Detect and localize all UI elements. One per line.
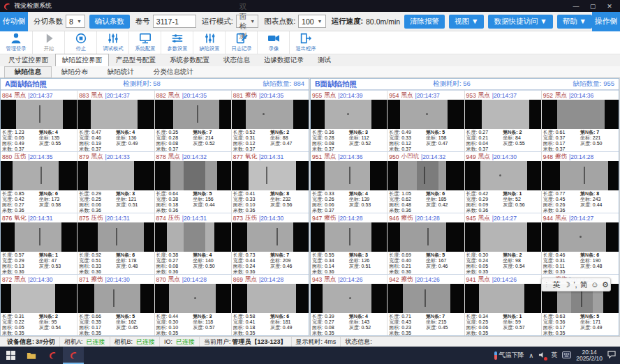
- tab-系统参数配置[interactable]: 系统参数配置: [163, 54, 216, 66]
- defect-cell[interactable]: 882 黑点 |20:14:35 长度:0.35 宽度:0.28 面积:0.08…: [155, 90, 232, 151]
- defect-cell-label: 953 黑点 |20:14:37: [465, 91, 541, 100]
- data-access-menu-button[interactable]: 数据快捷访问 ▼: [488, 15, 552, 29]
- taskbar-app-inspection-1[interactable]: [42, 347, 63, 364]
- defect-cell[interactable]: 955 黑点 |20:14:39 长度:0.36 宽度:0.28 面积:0.08…: [311, 90, 388, 151]
- defect-cell[interactable]: 947 擦伤 |20:14:28 长度:0.55 宽度:0.34 面积:0.14…: [311, 213, 388, 274]
- parameter-settings-button[interactable]: 参数设置: [161, 31, 193, 54]
- run-mode-select[interactable]: 双面检测▼: [236, 15, 258, 28]
- defect-cell[interactable]: 952 黑点 |20:14:36 长度:0.61 宽度:0.37 面积:0.17…: [542, 90, 619, 151]
- defect-info: 长度:0.31 宽度:0.22 面积:0.05 米数:0.35 第N条:2 坐标…: [1, 313, 77, 335]
- taskbar-clock[interactable]: 20:142025/2/10: [576, 349, 603, 362]
- subtab-缺陷统计[interactable]: 缺陷统计: [98, 67, 144, 77]
- tray-expand-caret[interactable]: ∧: [529, 352, 534, 359]
- ime-language-toggle[interactable]: 英: [553, 280, 561, 290]
- subtab-缺陷信息[interactable]: 缺陷信息: [4, 66, 52, 78]
- defect-cell[interactable]: 869 黑点 |20:14:28 长度:0.58 宽度:0.41 面积:0.18…: [232, 274, 309, 335]
- defect-time: |20:14:28: [259, 276, 283, 283]
- log-record-button[interactable]: 日志记录: [225, 31, 257, 54]
- defect-type: 黑点: [324, 275, 336, 284]
- tab-缺陷监控界面[interactable]: 缺陷监控界面: [55, 54, 109, 66]
- debug-mode-button[interactable]: 调试模式: [96, 31, 128, 54]
- defect-cell[interactable]: 884 黑点 |20:14:37 长度:1.23 宽度:0.05 面积:0.49…: [1, 90, 78, 151]
- ime-language-indicator[interactable]: 英: [551, 351, 557, 360]
- defect-cell[interactable]: 945 黑点 |20:14:27 长度:0.30 宽度:0.24 面积:0.05…: [465, 213, 542, 274]
- ime-settings-gear-icon[interactable]: ⚙: [602, 280, 609, 289]
- tab-产品型号配置[interactable]: 产品型号配置: [109, 54, 163, 66]
- defect-cell[interactable]: 875 压伤 |20:14:31 长度:0.92 宽度:0.51 面积:0.33…: [78, 213, 154, 274]
- defect-cell[interactable]: 872 黑点 |20:14:30 长度:0.31 宽度:0.22 面积:0.05…: [1, 274, 78, 335]
- defect-cell[interactable]: 941 黑点 |20:14:26 长度:0.34 宽度:0.25 面积:0.06…: [465, 274, 542, 335]
- chart-points-select[interactable]: 100▼: [298, 15, 325, 28]
- defect-time: |20:14:31: [105, 215, 129, 222]
- ime-keyboard-icon[interactable]: [562, 351, 571, 360]
- defect-cell[interactable]: 944 黑点 |20:14:27 长度:0.46 宽度:0.31 面积:0.11…: [542, 213, 619, 274]
- tab-测试[interactable]: 测试: [311, 54, 338, 66]
- defect-cell[interactable]: 948 擦伤 |20:14:28 长度:0.77 宽度:0.45 面积:0.26…: [542, 151, 619, 213]
- defect-info: 长度:0.57 宽度:0.29 面积:0.13 米数:0.36 第N条:1 坐标…: [1, 252, 77, 274]
- confirm-count-button[interactable]: 确认条数: [89, 15, 130, 29]
- defect-mark: [349, 228, 350, 245]
- weather-widget[interactable]: 气温下降: [494, 351, 524, 360]
- defect-cell[interactable]: 943 黑点 |20:14:26 长度:0.39 宽度:0.27 面积:0.08…: [311, 274, 388, 335]
- defect-cell[interactable]: 877 氧化 |20:14:31 长度:0.41 宽度:0.33 面积:0.10…: [232, 151, 309, 213]
- defect-cell[interactable]: 871 擦伤 |20:14:30 长度:0.66 宽度:0.35 面积:0.17…: [78, 274, 154, 335]
- system-config-button[interactable]: 系统配置: [128, 31, 161, 54]
- defect-time: |20:14:39: [338, 92, 362, 99]
- help-menu-button[interactable]: 帮助 ▼: [557, 15, 592, 29]
- defect-cell[interactable]: 879 黑点 |20:14:33 长度:0.29 宽度:0.25 面积:0.06…: [78, 151, 154, 213]
- defect-cell[interactable]: 878 黑点 |20:14:32 长度:0.64 宽度:0.38 面积:0.18…: [155, 151, 232, 213]
- defect-cell[interactable]: 870 黑点 |20:14:28 长度:0.44 宽度:0.30 面积:0.10…: [155, 274, 232, 335]
- ime-emoji-icon[interactable]: ☺: [591, 280, 598, 289]
- status-bar: 设备信息:3#分切 相机A:已连接 相机B:已连接 IO:已连接 当前用户:管理…: [0, 336, 620, 347]
- defect-cell[interactable]: 946 擦伤 |20:14:28 长度:0.69 宽度:0.40 面积:0.21…: [388, 213, 464, 274]
- exit-program-button[interactable]: 退出程序: [289, 31, 321, 54]
- volume-muted-icon[interactable]: [538, 351, 546, 360]
- maximize-button[interactable]: ▢: [585, 1, 600, 10]
- ime-drag-handle[interactable]: ⋮: [543, 281, 549, 288]
- record-video-button[interactable]: 录像: [257, 31, 289, 54]
- slit-count-select[interactable]: 8▼: [66, 15, 85, 28]
- defect-cell[interactable]: 950 小凹坑 |20:14:32 长度:1.05 宽度:0.62 面积:0.4…: [388, 151, 464, 213]
- notification-center-icon[interactable]: [607, 351, 616, 360]
- ime-punctuation-toggle[interactable]: ’,: [573, 280, 577, 289]
- defect-cell[interactable]: 951 黑点 |20:14:36 长度:0.33 宽度:0.26 面积:0.06…: [311, 151, 388, 213]
- taskbar-app-file-explorer[interactable]: [21, 347, 42, 364]
- tab-边缘数据记录[interactable]: 边缘数据记录: [257, 54, 311, 66]
- defect-cell[interactable]: 881 擦伤 |20:14:35 长度:0.52 宽度:0.31 面积:0.12…: [232, 90, 309, 151]
- clear-alarm-button[interactable]: 清除报警: [404, 15, 445, 29]
- defect-thumbnail: [155, 222, 231, 252]
- defect-cell[interactable]: 949 黑点 |20:14:30 长度:0.42 宽度:0.29 面积:0.09…: [465, 151, 542, 213]
- taskbar-app-inspection-2-active[interactable]: [63, 347, 84, 364]
- tab-状态信息[interactable]: 状态信息: [216, 54, 257, 66]
- stop-button[interactable]: 停止: [64, 31, 96, 54]
- defect-id: 951: [312, 153, 322, 160]
- defect-thumbnail: [1, 222, 77, 252]
- subtab-缺陷分布[interactable]: 缺陷分布: [52, 67, 98, 77]
- minimize-button[interactable]: —: [568, 1, 584, 10]
- defect-cell[interactable]: 880 压伤 |20:14:35 长度:0.85 宽度:0.42 面积:0.27…: [1, 151, 78, 213]
- start-button[interactable]: [0, 347, 21, 364]
- tab-尺寸监控界面[interactable]: 尺寸监控界面: [1, 54, 55, 66]
- defect-mark: [426, 113, 428, 115]
- defect-cell[interactable]: 953 黑点 |20:14:37 长度:0.27 宽度:0.21 面积:0.04…: [465, 90, 542, 151]
- ime-moon-icon[interactable]: ☽: [563, 280, 570, 289]
- defect-cell[interactable]: 874 压伤 |20:14:31 长度:0.38 宽度:0.27 面积:0.08…: [155, 213, 232, 274]
- view-menu-button[interactable]: 视图 ▼: [449, 15, 484, 29]
- defect-type: 黑点: [168, 275, 180, 284]
- admin-login-button[interactable]: 管理登录: [0, 31, 32, 54]
- defect-cell[interactable]: 883 黑点 |20:14:37 长度:0.47 宽度:0.46 面积:0.19…: [78, 90, 154, 151]
- defect-id: 874: [156, 215, 166, 222]
- defect-cell[interactable]: 942 擦伤 |20:14:26 长度:0.71 宽度:0.43 面积:0.23…: [388, 274, 464, 335]
- defect-settings-button[interactable]: 缺陷设置: [193, 31, 225, 54]
- operator-side-button[interactable]: 操作侧: [592, 12, 620, 31]
- drive-side-button[interactable]: 传动侧: [0, 12, 28, 31]
- defect-cell[interactable]: 876 氧化 |20:14:31 长度:0.57 宽度:0.29 面积:0.13…: [1, 213, 78, 274]
- defect-cell[interactable]: 954 黑点 |20:14:37 长度:0.49 宽度:0.33 面积:0.12…: [388, 90, 464, 151]
- defect-cell[interactable]: 873 压伤 |20:14:30 长度:0.73 宽度:0.44 面积:0.24…: [232, 213, 309, 274]
- roll-number-input[interactable]: 3117-1: [153, 15, 196, 28]
- subtab-分类信息统计[interactable]: 分类信息统计: [144, 67, 203, 77]
- ime-simplified-toggle[interactable]: 简: [580, 280, 588, 290]
- defect-id: 879: [79, 153, 89, 160]
- close-button[interactable]: ✕: [602, 1, 617, 10]
- start-button[interactable]: 开始: [32, 31, 64, 54]
